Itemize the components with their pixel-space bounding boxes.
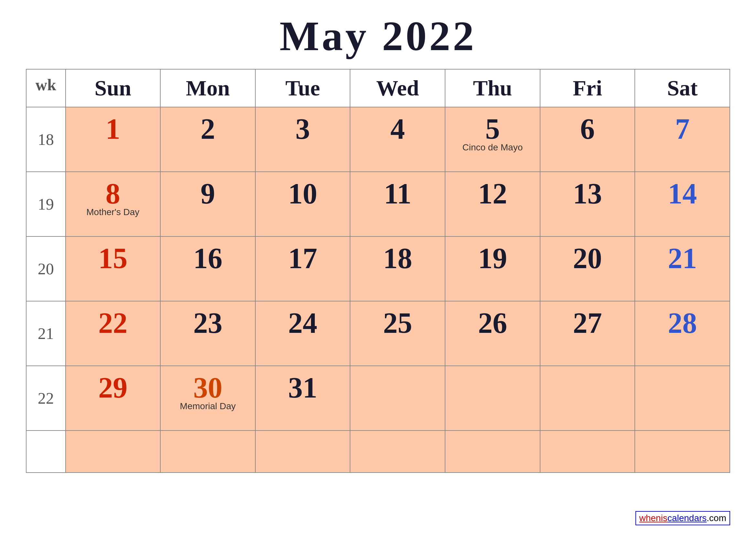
day-number: 3 — [261, 113, 345, 145]
day-cell: 21 — [635, 237, 730, 301]
day-number: 10 — [261, 178, 345, 210]
calendar-row: 2015161718192021 — [26, 237, 730, 301]
empty-cell — [255, 431, 350, 473]
day-number: 20 — [546, 242, 630, 274]
day-cell — [635, 366, 730, 431]
day-number: 18 — [356, 242, 440, 274]
empty-cell — [350, 431, 445, 473]
empty-cell — [635, 431, 730, 473]
day-number: 4 — [356, 113, 440, 145]
day-cell: 28 — [635, 301, 730, 366]
empty-cell — [26, 431, 66, 473]
day-number: 6 — [546, 113, 630, 145]
day-number: 9 — [166, 178, 250, 210]
watermark-box: wheniscalendars.com — [635, 511, 730, 525]
day-cell: 13 — [540, 172, 635, 237]
day-number: 19 — [450, 242, 535, 274]
header-thu: Thu — [445, 69, 540, 107]
day-number: 13 — [546, 178, 630, 210]
day-number: 7 — [640, 113, 724, 145]
week-number: 22 — [26, 366, 66, 431]
day-cell: 19 — [445, 237, 540, 301]
day-cell: 1 — [66, 107, 161, 172]
day-cell: 23 — [160, 301, 255, 366]
day-cell: 11 — [350, 172, 445, 237]
day-cell — [445, 366, 540, 431]
day-number: 31 — [261, 372, 345, 404]
holiday-label: Mother's Day — [71, 207, 155, 217]
day-cell: 5Cinco de Mayo — [445, 107, 540, 172]
week-number: 21 — [26, 301, 66, 366]
day-number: 27 — [546, 307, 630, 339]
header-sat: Sat — [635, 69, 730, 107]
day-number: 25 — [356, 307, 440, 339]
watermark: wheniscalendars.com — [635, 511, 730, 525]
day-number: 29 — [71, 372, 155, 404]
day-cell: 24 — [255, 301, 350, 366]
calendar-row: 1812345Cinco de Mayo67 — [26, 107, 730, 172]
header-mon: Mon — [160, 69, 255, 107]
week-number: 19 — [26, 172, 66, 237]
day-cell: 4 — [350, 107, 445, 172]
day-cell: 6 — [540, 107, 635, 172]
day-cell: 31 — [255, 366, 350, 431]
day-cell: 20 — [540, 237, 635, 301]
day-cell: 22 — [66, 301, 161, 366]
day-number: 12 — [450, 178, 535, 210]
page-title: May 2022 — [280, 13, 476, 59]
day-number: 30 — [166, 372, 250, 404]
day-cell: 10 — [255, 172, 350, 237]
day-cell: 14 — [635, 172, 730, 237]
day-number: 16 — [166, 242, 250, 274]
header-tue: Tue — [255, 69, 350, 107]
day-number: 5 — [450, 113, 535, 145]
watermark-red: whenis — [639, 513, 667, 523]
day-number: 1 — [71, 113, 155, 145]
calendar-table: wk Sun Mon Tue Wed Thu Fri Sat 1812345Ci… — [26, 69, 730, 473]
day-cell: 7 — [635, 107, 730, 172]
week-number: 20 — [26, 237, 66, 301]
day-number: 15 — [71, 242, 155, 274]
day-number: 26 — [450, 307, 535, 339]
day-cell — [540, 366, 635, 431]
header-fri: Fri — [540, 69, 635, 107]
day-cell: 26 — [445, 301, 540, 366]
empty-cell — [66, 431, 161, 473]
calendar-row: 2122232425262728 — [26, 301, 730, 366]
day-cell — [350, 366, 445, 431]
header-wk: wk — [26, 69, 66, 107]
empty-cell — [540, 431, 635, 473]
day-number: 2 — [166, 113, 250, 145]
header-sun: Sun — [66, 69, 161, 107]
day-cell: 18 — [350, 237, 445, 301]
day-number: 22 — [71, 307, 155, 339]
day-number: 21 — [640, 242, 724, 274]
day-cell: 30Memorial Day — [160, 366, 255, 431]
day-number: 17 — [261, 242, 345, 274]
day-cell: 2 — [160, 107, 255, 172]
header-row: wk Sun Mon Tue Wed Thu Fri Sat — [26, 69, 730, 107]
empty-cell — [445, 431, 540, 473]
day-cell: 16 — [160, 237, 255, 301]
day-number: 8 — [71, 178, 155, 210]
header-wed: Wed — [350, 69, 445, 107]
day-cell: 29 — [66, 366, 161, 431]
watermark-tld: .com — [707, 513, 726, 523]
day-cell: 9 — [160, 172, 255, 237]
day-cell: 3 — [255, 107, 350, 172]
day-cell: 12 — [445, 172, 540, 237]
day-cell: 15 — [66, 237, 161, 301]
day-cell: 17 — [255, 237, 350, 301]
day-number: 23 — [166, 307, 250, 339]
day-cell: 27 — [540, 301, 635, 366]
calendar-row: 198Mother's Day91011121314 — [26, 172, 730, 237]
watermark-blue: calendars — [667, 513, 707, 523]
empty-cell — [160, 431, 255, 473]
day-number: 11 — [356, 178, 440, 210]
day-cell: 25 — [350, 301, 445, 366]
day-number: 28 — [640, 307, 724, 339]
holiday-label: Memorial Day — [166, 401, 250, 411]
day-number: 14 — [640, 178, 724, 210]
extra-row — [26, 431, 730, 473]
day-cell: 8Mother's Day — [66, 172, 161, 237]
